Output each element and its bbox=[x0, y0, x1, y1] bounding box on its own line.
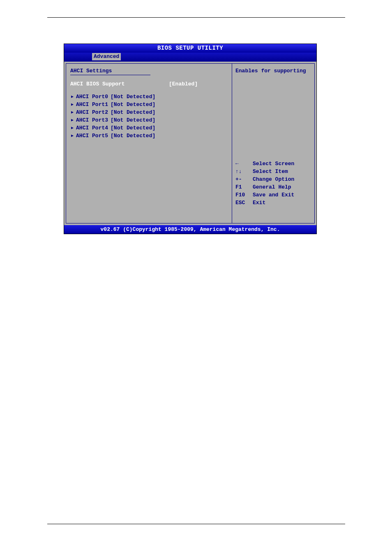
port-label: AHCI Port4 bbox=[76, 124, 108, 132]
port-item-2[interactable]: ▶ AHCI Port2 [Not Detected] bbox=[70, 108, 228, 116]
window-title: BIOS SETUP UTILITY bbox=[64, 44, 316, 53]
key-f10: F10 bbox=[235, 191, 253, 199]
port-status: [Not Detected] bbox=[111, 93, 155, 101]
key-updown-arrow: ↑↓ bbox=[235, 168, 253, 175]
key-row: +- Change Option bbox=[235, 175, 311, 183]
port-item-0[interactable]: ▶ AHCI Port0 [Not Detected] bbox=[70, 93, 228, 101]
key-action: General Help bbox=[253, 183, 291, 191]
key-plus-minus: +- bbox=[235, 175, 253, 183]
port-label: AHCI Port5 bbox=[76, 132, 108, 140]
key-row: F10 Save and Exit bbox=[235, 191, 311, 199]
chevron-right-icon: ▶ bbox=[71, 124, 74, 132]
setting-label: AHCI BIOS Support bbox=[70, 81, 169, 87]
section-underline bbox=[70, 75, 150, 75]
footer-copyright: v02.67 (C)Copyright 1985-2009, American … bbox=[64, 225, 316, 234]
chevron-right-icon: ▶ bbox=[71, 108, 74, 116]
chevron-right-icon: ▶ bbox=[71, 132, 74, 140]
port-label: AHCI Port3 bbox=[76, 116, 108, 124]
key-f1: F1 bbox=[235, 183, 253, 191]
port-status: [Not Detected] bbox=[111, 108, 155, 116]
port-list: ▶ AHCI Port0 [Not Detected] ▶ AHCI Port1… bbox=[70, 93, 228, 140]
chevron-right-icon: ▶ bbox=[71, 93, 74, 101]
help-text: Enables for supporting bbox=[235, 68, 311, 74]
setting-ahci-bios-support[interactable]: AHCI BIOS Support [Enabled] bbox=[70, 81, 228, 87]
chevron-right-icon: ▶ bbox=[71, 101, 74, 108]
key-row: F1 General Help bbox=[235, 183, 311, 191]
key-action: Exit bbox=[253, 199, 265, 207]
chevron-right-icon: ▶ bbox=[71, 116, 74, 124]
section-title: AHCI Settings bbox=[70, 68, 228, 74]
content-area: AHCI Settings AHCI BIOS Support [Enabled… bbox=[64, 62, 316, 225]
key-action: Change Option bbox=[253, 175, 294, 183]
port-item-5[interactable]: ▶ AHCI Port5 [Not Detected] bbox=[70, 132, 228, 140]
key-row: ESC Exit bbox=[235, 199, 311, 207]
key-esc: ESC bbox=[235, 199, 253, 207]
port-label: AHCI Port1 bbox=[76, 101, 108, 108]
page-divider-bottom bbox=[47, 524, 345, 524]
help-pane: Enables for supporting ← Select Screen ↑… bbox=[232, 63, 315, 223]
setting-value: [Enabled] bbox=[169, 81, 198, 87]
tab-bar: Advanced bbox=[64, 53, 316, 62]
settings-pane: AHCI Settings AHCI BIOS Support [Enabled… bbox=[66, 63, 232, 223]
port-label: AHCI Port0 bbox=[76, 93, 108, 101]
port-status: [Not Detected] bbox=[111, 116, 155, 124]
port-status: [Not Detected] bbox=[111, 101, 155, 108]
keyboard-help: ← Select Screen ↑↓ Select Item +- Change… bbox=[235, 160, 311, 207]
port-item-1[interactable]: ▶ AHCI Port1 [Not Detected] bbox=[70, 101, 228, 108]
port-item-4[interactable]: ▶ AHCI Port4 [Not Detected] bbox=[70, 124, 228, 132]
key-action: Select Item bbox=[253, 168, 288, 175]
key-row: ← Select Screen bbox=[235, 160, 311, 168]
port-label: AHCI Port2 bbox=[76, 108, 108, 116]
key-left-arrow: ← bbox=[235, 160, 253, 168]
key-action: Select Screen bbox=[253, 160, 294, 168]
port-item-3[interactable]: ▶ AHCI Port3 [Not Detected] bbox=[70, 116, 228, 124]
page-divider-top bbox=[47, 17, 345, 18]
port-status: [Not Detected] bbox=[111, 132, 155, 140]
port-status: [Not Detected] bbox=[111, 124, 155, 132]
bios-window: BIOS SETUP UTILITY Advanced AHCI Setting… bbox=[64, 44, 317, 234]
key-action: Save and Exit bbox=[253, 191, 294, 199]
key-row: ↑↓ Select Item bbox=[235, 168, 311, 175]
tab-advanced[interactable]: Advanced bbox=[92, 53, 121, 60]
